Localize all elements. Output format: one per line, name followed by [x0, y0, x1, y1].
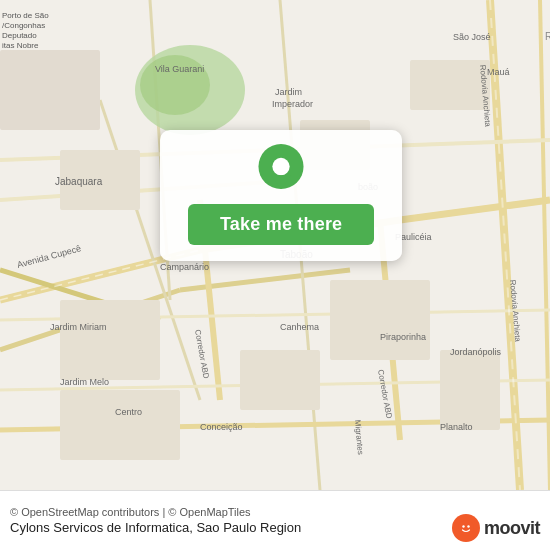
- svg-rect-22: [60, 300, 160, 380]
- svg-text:Piraporinha: Piraporinha: [380, 332, 426, 342]
- map-pin-icon: [255, 144, 307, 196]
- svg-text:Conceição: Conceição: [200, 422, 243, 432]
- svg-text:Planalto: Planalto: [440, 422, 473, 432]
- svg-text:Campanário: Campanário: [160, 262, 209, 272]
- svg-text:Jardim Melo: Jardim Melo: [60, 377, 109, 387]
- map-container: Jabaquara Vila Guarani Jardim Imperador …: [0, 0, 550, 490]
- svg-text:R: R: [545, 31, 550, 42]
- svg-text:Jardim Miriam: Jardim Miriam: [50, 322, 107, 332]
- take-me-there-button[interactable]: Take me there: [188, 204, 374, 245]
- svg-text:itas Nobre: itas Nobre: [2, 41, 39, 50]
- map-attribution: © OpenStreetMap contributors | © OpenMap…: [10, 506, 251, 518]
- svg-rect-28: [240, 350, 320, 410]
- svg-rect-26: [440, 350, 500, 430]
- moovit-logo: moovit: [452, 514, 540, 542]
- svg-point-62: [272, 158, 289, 175]
- svg-text:Jabaquara: Jabaquara: [55, 176, 103, 187]
- svg-rect-24: [330, 280, 430, 360]
- svg-text:Centro: Centro: [115, 407, 142, 417]
- svg-point-66: [467, 525, 469, 527]
- moovit-icon: [452, 514, 480, 542]
- svg-text:Mauá: Mauá: [487, 67, 510, 77]
- take-me-there-card: Take me there: [160, 130, 402, 261]
- svg-text:Jordanópolis: Jordanópolis: [450, 347, 502, 357]
- svg-text:Porto de São: Porto de São: [2, 11, 49, 20]
- svg-text:Jardim: Jardim: [275, 87, 302, 97]
- bottom-bar: © OpenStreetMap contributors | © OpenMap…: [0, 490, 550, 550]
- moovit-text: moovit: [484, 518, 540, 539]
- svg-text:Deputado: Deputado: [2, 31, 37, 40]
- svg-point-65: [462, 525, 464, 527]
- svg-rect-23: [60, 390, 180, 460]
- place-name: Cylons Servicos de Informatica, Sao Paul…: [10, 520, 301, 535]
- svg-rect-27: [0, 50, 100, 130]
- svg-text:Imperador: Imperador: [272, 99, 313, 109]
- svg-point-64: [458, 520, 474, 536]
- svg-text:/Congonhas: /Congonhas: [2, 21, 45, 30]
- svg-text:Canhema: Canhema: [280, 322, 319, 332]
- svg-rect-25: [410, 60, 490, 110]
- svg-text:Vila Guarani: Vila Guarani: [155, 64, 204, 74]
- svg-text:São José: São José: [453, 32, 491, 42]
